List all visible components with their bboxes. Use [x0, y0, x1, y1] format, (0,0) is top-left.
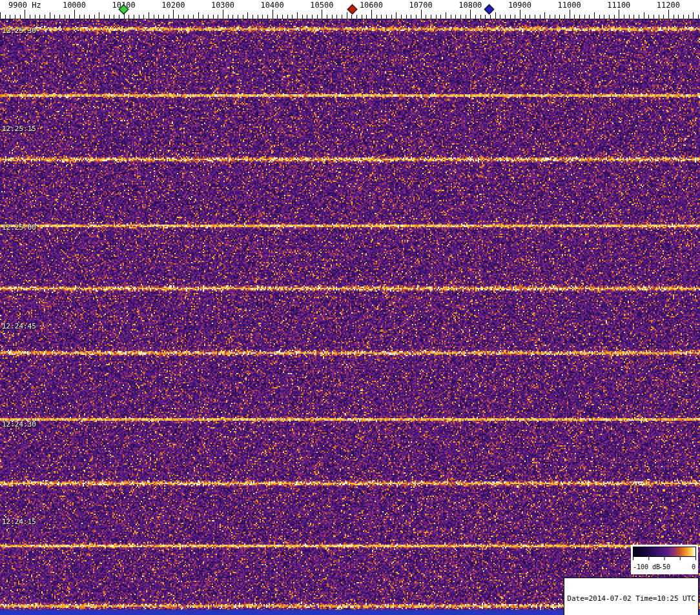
colorbar-label-mid: -50: [659, 563, 670, 570]
time-tick-label: 12:25:30: [2, 26, 36, 35]
colorbar-label-max: 0: [692, 563, 695, 570]
freq-tick-label: 10700: [409, 1, 433, 10]
freq-tick-label: 10800: [458, 1, 482, 10]
time-tick-label: 12:25:00: [2, 223, 36, 232]
freq-tick-label: 10500: [310, 1, 333, 10]
freq-tick-label: 10200: [161, 1, 185, 10]
freq-tick-label: 10300: [211, 1, 234, 10]
colorbar-legend: -100 dB -50 0: [631, 545, 698, 574]
freq-tick-label: 10000: [63, 1, 86, 10]
freq-tick-label: 11200: [657, 1, 680, 10]
freq-tick-label: 11100: [607, 1, 630, 10]
colorbar-label-min: -100 dB: [633, 563, 660, 570]
freq-tick-label: 11000: [558, 1, 581, 10]
colorbar-labels: -100 dB -50 0: [631, 561, 698, 570]
time-tick-label: 12:24:15: [2, 518, 36, 526]
freq-tick-label: 10400: [261, 1, 284, 10]
info-date-time: Date=2014-07-02 Time=10:25 UTC: [567, 595, 695, 603]
freq-tick-label: 10600: [360, 1, 383, 10]
time-tick-label: 12:24:30: [2, 420, 36, 428]
observation-info-box: Date=2014-07-02 Time=10:25 UTC Freq=143 …: [564, 578, 699, 615]
time-tick-label: 12:24:45: [2, 322, 36, 330]
freq-tick-label: 10900: [508, 1, 531, 10]
spectrogram-waterfall-canvas: [0, 19, 700, 610]
freq-tick-label: 9900 Hz: [8, 1, 41, 10]
spectrogram-app: 9900 Hz100001010010200103001040010500106…: [0, 0, 700, 615]
frequency-ruler: 9900 Hz100001010010200103001040010500106…: [0, 0, 700, 19]
colorbar-gradient-canvas: [633, 547, 696, 561]
time-tick-label: 12:25:15: [2, 125, 36, 133]
